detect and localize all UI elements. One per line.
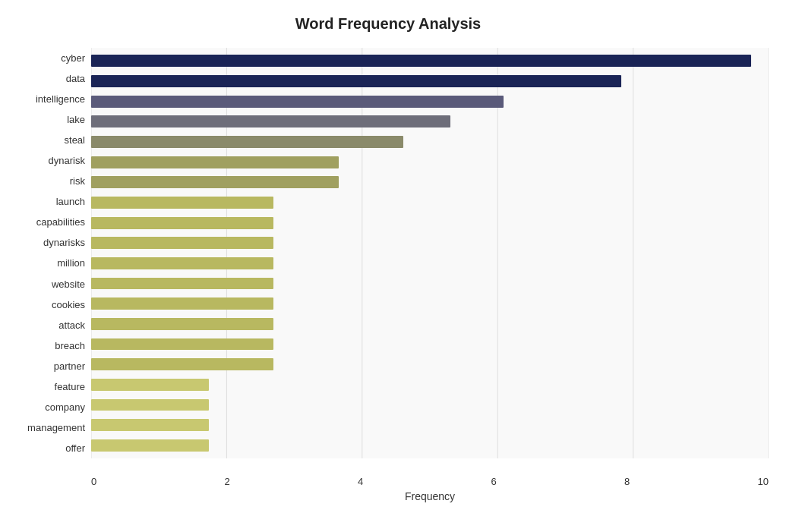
x-tick: 4 xyxy=(358,476,363,487)
bar-row xyxy=(91,112,769,132)
bar-row xyxy=(91,233,769,253)
bar-row xyxy=(91,435,769,455)
bar-row xyxy=(91,132,769,153)
y-label: cookies xyxy=(52,300,85,310)
x-axis-label: Frequency xyxy=(91,490,769,502)
bar-row xyxy=(91,253,769,274)
bar xyxy=(91,156,339,168)
bar xyxy=(91,439,209,452)
chart-container: Word Frequency Analysis cyberdataintelli… xyxy=(0,0,799,532)
y-label: partner xyxy=(54,361,85,371)
y-label: dynarisks xyxy=(43,238,85,247)
bar-row xyxy=(91,294,769,314)
y-label: breach xyxy=(55,341,85,351)
y-label: launch xyxy=(56,197,85,206)
bar xyxy=(91,197,273,209)
y-label: intelligence xyxy=(36,94,85,104)
bar xyxy=(91,399,209,411)
y-label: steal xyxy=(65,135,85,145)
bar-row xyxy=(91,273,769,294)
y-label: million xyxy=(57,258,85,268)
bar xyxy=(91,176,339,188)
y-label: lake xyxy=(67,115,85,124)
bar xyxy=(91,55,751,67)
x-tick: 0 xyxy=(91,476,96,487)
y-label: cyber xyxy=(61,53,85,63)
bar-row xyxy=(91,314,769,335)
bar-row xyxy=(91,172,769,193)
x-tick: 8 xyxy=(624,476,630,487)
bar xyxy=(91,358,273,370)
bar-row xyxy=(91,152,769,172)
y-label: risk xyxy=(70,176,85,186)
x-axis: 0246810 xyxy=(91,476,769,487)
y-label: data xyxy=(66,74,85,83)
bar xyxy=(91,338,273,351)
bar xyxy=(91,257,273,269)
bar xyxy=(91,217,273,229)
bar xyxy=(91,75,621,87)
bar xyxy=(91,297,273,310)
bar-row xyxy=(91,415,769,436)
bar-row xyxy=(91,193,769,213)
bar xyxy=(91,237,273,249)
bar-row xyxy=(91,334,769,354)
y-label: company xyxy=(45,402,85,412)
y-label: capabilities xyxy=(36,217,85,227)
x-tick: 2 xyxy=(225,476,230,487)
bar-row xyxy=(91,354,769,375)
bar-row xyxy=(91,375,769,395)
bar xyxy=(91,419,209,431)
bar xyxy=(91,136,403,148)
bars-wrapper xyxy=(91,48,769,458)
plot-area: 0246810 Frequency xyxy=(91,48,769,458)
x-tick: 10 xyxy=(758,476,769,487)
bar xyxy=(91,278,273,290)
y-label: management xyxy=(27,423,85,433)
bar xyxy=(91,318,273,330)
y-label: attack xyxy=(58,320,85,330)
bar-row xyxy=(91,71,769,92)
bar xyxy=(91,96,504,108)
chart-title: Word Frequency Analysis xyxy=(8,15,769,33)
bar xyxy=(91,115,450,127)
bar-row xyxy=(91,51,769,71)
y-label: website xyxy=(52,279,85,289)
y-label: dynarisk xyxy=(49,156,85,165)
y-label: offer xyxy=(65,443,85,453)
y-axis: cyberdataintelligencelakestealdynariskri… xyxy=(8,48,91,458)
y-label: feature xyxy=(55,382,85,392)
bar-row xyxy=(91,91,769,112)
chart-area: cyberdataintelligencelakestealdynariskri… xyxy=(8,48,769,458)
bar-row xyxy=(91,395,769,415)
bar xyxy=(91,379,209,391)
x-tick: 6 xyxy=(491,476,497,487)
bar-row xyxy=(91,212,769,233)
